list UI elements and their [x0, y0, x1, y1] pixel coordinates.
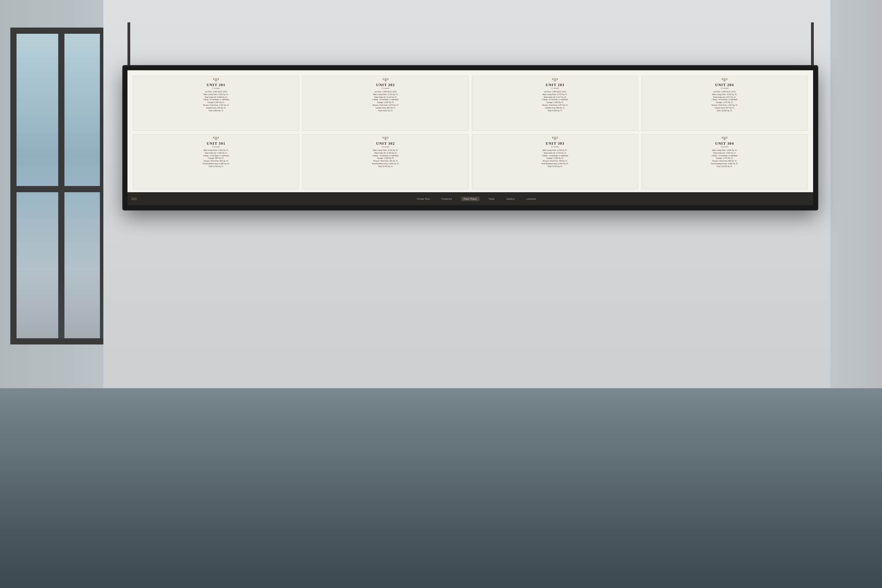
nav-item-virtual-tour[interactable]: Virtual Tour	[414, 197, 433, 201]
unit-levels-202: 2 Levels	[382, 87, 389, 89]
screen-content: UNIT 201 2 Levels 1st Floor: 2,350 Sq.Ft…	[128, 70, 813, 205]
unit-deco-301	[213, 137, 219, 140]
unit-levels-303: 3 Levels	[551, 146, 559, 148]
unit-name-203: UNIT 203	[546, 82, 565, 87]
unit-deco-201	[213, 78, 219, 82]
unit-deco-204	[722, 78, 727, 82]
unit-deco-304	[722, 137, 727, 140]
floor-reflection	[0, 450, 882, 588]
nav-logo: iti	[132, 196, 137, 201]
ceiling-rod-left	[128, 22, 130, 67]
display-screen: UNIT 201 2 Levels 1st Floor: 2,350 Sq.Ft…	[123, 66, 817, 209]
unit-card-304[interactable]: UNIT 304 3 Levels Main Living Floor: 4,5…	[642, 134, 808, 189]
units-grid: UNIT 201 2 Levels 1st Floor: 2,350 Sq.Ft…	[128, 70, 813, 192]
unit-levels-201: 2 Levels	[212, 87, 220, 89]
unit-card-301[interactable]: UNIT 301 3 Levels Main Living Floor: 4,5…	[133, 134, 299, 189]
navigation-bar: iti Virtual Tour Features Floor Plans Te…	[128, 192, 813, 205]
unit-deco-202	[383, 78, 388, 82]
unit-deco-303	[552, 137, 558, 140]
unit-details-301: Main Living Floor: 4,540 Sq. Ft. Total U…	[202, 149, 230, 168]
unit-levels-304: 3 Levels	[721, 146, 728, 148]
unit-details-201: 1st Floor: 2,350 Sq.Ft. (A/C) Main Livin…	[203, 91, 230, 112]
nav-items: Virtual Tour Features Floor Plans Team G…	[144, 197, 809, 201]
unit-name-201: UNIT 201	[207, 82, 226, 87]
unit-card-302[interactable]: UNIT 302 3 Levels Main Living Floor: 3,7…	[303, 134, 469, 189]
nav-item-team[interactable]: Team	[486, 197, 498, 201]
unit-name-304: UNIT 304	[715, 141, 734, 146]
unit-card-201[interactable]: UNIT 201 2 Levels 1st Floor: 2,350 Sq.Ft…	[133, 76, 299, 131]
unit-levels-204: 2 Levels	[721, 87, 728, 89]
nav-item-floor-plans[interactable]: Floor Plans	[461, 197, 480, 201]
unit-details-304: Main Living Floor: 4,540 Sq. Ft. Total U…	[711, 149, 738, 168]
unit-deco-302	[383, 137, 388, 140]
unit-name-302: UNIT 302	[376, 141, 395, 146]
unit-card-204[interactable]: UNIT 204 2 Levels 1st Floor: 2,455 Sq.Ft…	[642, 76, 808, 131]
unit-levels-302: 3 Levels	[382, 146, 389, 148]
unit-details-204: 1st Floor: 2,455 Sq.Ft. (A/C) Main Livin…	[711, 91, 738, 112]
unit-levels-203: 2 Levels	[551, 87, 559, 89]
unit-details-302: Main Living Floor: 3,733 Sq. Ft. Total U…	[372, 149, 399, 168]
unit-levels-301: 3 Levels	[212, 146, 220, 148]
unit-card-303[interactable]: UNIT 303 3 Levels Main Living Floor: 3,7…	[472, 134, 638, 189]
unit-details-203: 1st Floor: 1,394 Sq.Ft. (A/C) Main Livin…	[542, 91, 568, 112]
unit-name-303: UNIT 303	[546, 141, 565, 146]
unit-card-202[interactable]: UNIT 202 2 Levels 1st Floor: 1,960 Sq.Ft…	[303, 76, 469, 131]
unit-name-301: UNIT 301	[207, 141, 226, 146]
unit-details-202: 1st Floor: 1,960 Sq.Ft. (A/C) Main Livin…	[372, 91, 399, 112]
nav-item-features[interactable]: Features	[439, 197, 455, 201]
unit-details-303: Main Living Floor: 3,733 Sq. Ft. Total U…	[542, 149, 568, 168]
nav-item-gallery[interactable]: Gallery	[504, 197, 518, 201]
unit-name-202: UNIT 202	[376, 82, 395, 87]
unit-name-204: UNIT 204	[715, 82, 734, 87]
floor-surface	[0, 388, 882, 588]
ceiling-rod-right	[811, 22, 814, 67]
unit-deco-203	[552, 78, 558, 82]
unit-card-203[interactable]: UNIT 203 2 Levels 1st Floor: 1,394 Sq.Ft…	[472, 76, 638, 131]
nav-item-location[interactable]: Location	[524, 197, 539, 201]
